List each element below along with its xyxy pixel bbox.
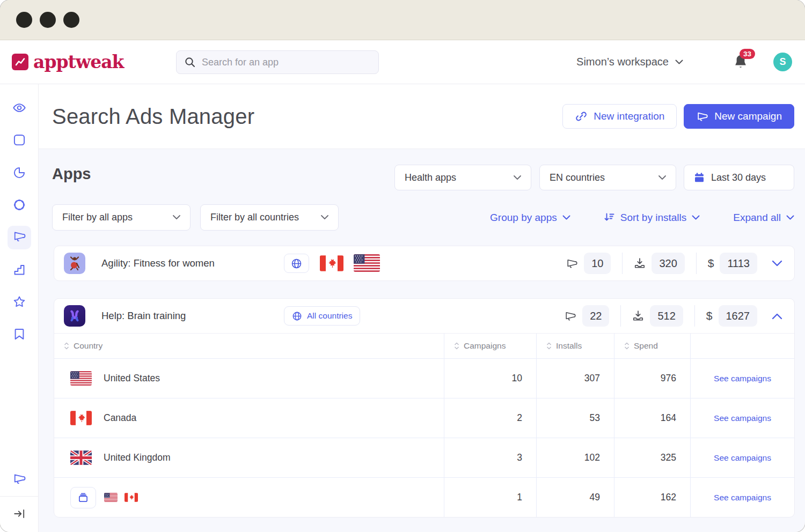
filter-apps-dropdown[interactable]: Filter by all apps — [52, 204, 191, 231]
us-flag-icon — [354, 254, 380, 272]
chevron-down-icon — [786, 215, 794, 220]
sidebar-item-saved[interactable] — [0, 327, 39, 343]
app-search[interactable] — [176, 50, 379, 74]
sidebar-item-store[interactable] — [0, 133, 39, 149]
sidebar-item-keywords[interactable] — [0, 198, 39, 214]
megaphone-icon — [12, 472, 26, 488]
new-integration-label: New integration — [594, 110, 664, 122]
app-name: Agility: Fitness for women — [101, 257, 215, 269]
sort-icon — [624, 342, 630, 350]
eye-icon — [12, 101, 26, 117]
country-name: Canada — [104, 412, 136, 424]
window-control-icon[interactable] — [16, 12, 32, 28]
all-countries-chip[interactable]: All countries — [284, 306, 360, 326]
campaigns-value: 2 — [444, 398, 536, 438]
collapse-row-button[interactable] — [772, 313, 782, 320]
top-navbar: apptweak Simon’s workspace 33 S — [0, 40, 805, 84]
see-campaigns-link[interactable]: See campaigns — [714, 493, 771, 503]
link-icon — [575, 110, 588, 123]
app-name: Help: Brain training — [101, 310, 186, 322]
collapse-sidebar-button[interactable] — [0, 507, 39, 522]
campaigns-megaphone-icon — [566, 257, 578, 270]
installs-value: 102 — [536, 438, 614, 477]
spend-value: 162 — [614, 478, 690, 517]
see-campaigns-link[interactable]: See campaigns — [714, 374, 771, 383]
installs-value: 307 — [536, 359, 614, 398]
avatar[interactable]: S — [773, 53, 792, 71]
table-row: United States 10 307 976 See campaigns — [54, 358, 794, 398]
country-group-chip[interactable] — [70, 487, 96, 508]
us-flag-icon — [70, 371, 92, 386]
expand-all-label: Expand all — [733, 212, 781, 224]
megaphone-icon — [12, 230, 26, 246]
star-icon — [12, 295, 26, 311]
date-range-dropdown[interactable]: Last 30 days — [684, 165, 794, 190]
app-category-value: Health apps — [405, 172, 456, 183]
new-integration-button[interactable]: New integration — [562, 104, 677, 129]
filter-countries-value: Filter by all countries — [210, 212, 299, 223]
search-input[interactable] — [202, 57, 371, 68]
chevron-down-icon — [692, 215, 700, 220]
installs-count: 320 — [652, 253, 684, 274]
installs-download-icon — [632, 310, 644, 322]
country-name: United States — [104, 373, 160, 384]
window-control-icon[interactable] — [40, 12, 56, 28]
installs-value: 53 — [536, 398, 614, 438]
campaigns-megaphone-icon — [564, 310, 576, 322]
help-app-icon — [64, 305, 85, 327]
apptweak-logo[interactable]: apptweak — [12, 51, 123, 72]
group-by-dropdown[interactable]: Group by apps — [490, 212, 570, 224]
installs-download-icon — [634, 257, 646, 269]
notifications-button[interactable]: 33 — [733, 54, 749, 71]
expand-row-button[interactable] — [772, 260, 782, 267]
date-range-value: Last 30 days — [711, 172, 766, 183]
pie-chart-icon — [12, 166, 26, 182]
column-label: Country — [74, 341, 103, 351]
filter-countries-dropdown[interactable]: Filter by all countries — [200, 204, 339, 231]
avatar-initial: S — [779, 56, 786, 68]
expand-all-button[interactable]: Expand all — [733, 212, 794, 224]
filter-apps-value: Filter by all apps — [62, 212, 133, 223]
megaphone-icon — [696, 110, 708, 123]
see-campaigns-link[interactable]: See campaigns — [714, 413, 771, 423]
spend-amount: 1627 — [719, 305, 758, 327]
campaigns-column-header[interactable]: Campaigns — [444, 334, 536, 358]
campaigns-value: 10 — [444, 359, 536, 398]
sort-by-dropdown[interactable]: Sort by installs — [604, 212, 700, 224]
sidebar-item-overview[interactable] — [0, 101, 39, 117]
country-group-dropdown[interactable]: EN countries — [539, 165, 676, 190]
sidebar-item-growth[interactable] — [0, 263, 39, 279]
notification-badge: 33 — [740, 49, 755, 59]
app-window: apptweak Simon’s workspace 33 S — [0, 0, 805, 532]
sidebar-item-campaigns[interactable] — [0, 472, 39, 488]
new-campaign-label: New campaign — [714, 110, 782, 122]
workspace-selector[interactable]: Simon’s workspace — [576, 56, 683, 68]
sidebar-item-ads-active[interactable] — [8, 226, 31, 249]
globe-icon — [291, 258, 302, 269]
country-group-value: EN countries — [550, 172, 605, 183]
actions-column-header — [690, 334, 794, 358]
window-control-icon[interactable] — [63, 12, 79, 28]
app-card-agility: Agility: Fitness for women 10 320 $ — [54, 246, 795, 281]
sidebar-item-reviews[interactable] — [0, 295, 39, 311]
calendar-icon — [694, 172, 705, 183]
canada-flag-icon — [70, 411, 92, 425]
group-by-label: Group by apps — [490, 212, 557, 224]
installs-column-header[interactable]: Installs — [536, 334, 614, 358]
sidebar-divider — [0, 496, 39, 497]
table-row: 1 49 162 See campaigns — [54, 477, 794, 517]
installs-value: 49 — [536, 478, 614, 517]
logo-wordmark: apptweak — [33, 51, 123, 72]
stack-icon — [77, 492, 89, 504]
logo-chart-icon — [12, 54, 28, 70]
app-category-dropdown[interactable]: Health apps — [394, 165, 531, 190]
globe-chip-button[interactable] — [284, 254, 309, 273]
column-label: Campaigns — [464, 341, 506, 351]
country-column-header[interactable]: Country — [54, 334, 444, 358]
sort-by-label: Sort by installs — [620, 212, 687, 224]
sidebar-item-analytics[interactable] — [0, 166, 39, 182]
new-campaign-button[interactable]: New campaign — [684, 104, 794, 129]
spend-column-header[interactable]: Spend — [614, 334, 690, 358]
dollar-sign: $ — [708, 257, 714, 270]
see-campaigns-link[interactable]: See campaigns — [714, 453, 771, 463]
